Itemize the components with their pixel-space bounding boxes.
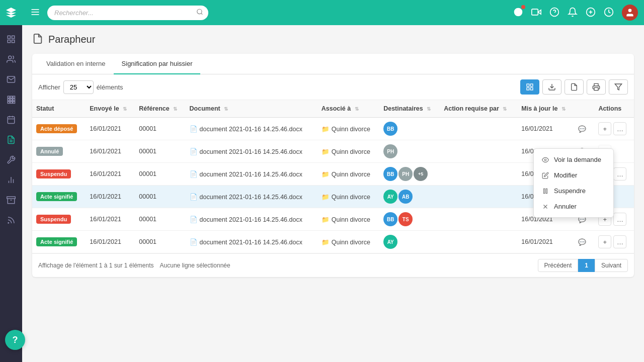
col-document[interactable]: Document ⇅ [186,100,317,118]
associated-cell: 📁Quinn divorce [317,118,379,140]
tab-signification[interactable]: Signification par huissier [114,54,201,74]
file-button[interactable] [565,79,584,95]
topbar-actions [513,5,638,21]
comment-icon[interactable]: 💬 [578,126,586,133]
filter-button[interactable] [609,79,628,95]
status-badge: Acte signifié [36,237,77,246]
download-button[interactable] [542,79,561,95]
help-circle-icon[interactable] [549,7,559,19]
reference-cell: 00001 [135,118,185,140]
svg-point-40 [628,9,632,13]
video-icon[interactable] [531,7,541,19]
doc-icon: 📄 [190,194,198,201]
folder-icon: 📁 [321,148,330,155]
more-action-button[interactable]: … [613,122,626,135]
status-badge: Acte signifié [36,192,77,201]
plus-icon[interactable] [586,7,596,19]
more-action-button[interactable]: … [613,235,626,248]
more-action-button[interactable]: … [613,167,626,180]
updated-cell: 16/01/2021 [517,118,574,140]
avatar: BB [383,122,397,136]
col-action[interactable]: Action requise par ⇅ [440,100,517,118]
show-label: Afficher [38,83,60,91]
menu-icon[interactable] [28,5,42,21]
sidebar-item-archive[interactable] [0,191,22,209]
notification-badge-icon[interactable] [513,7,523,19]
document-cell: 📄document 2021-01-16 14.25.46.docx [186,186,317,208]
col-updated[interactable]: Mis à jour le ⇅ [517,100,574,118]
associated-cell: 📁Quinn divorce [317,231,379,253]
prev-button[interactable]: Précédent [538,259,579,272]
col-reference[interactable]: Référence ⇅ [135,100,185,118]
sidebar-item-users[interactable] [0,50,22,68]
svg-rect-1 [12,36,15,38]
col-associe[interactable]: Associé à ⇅ [317,100,379,118]
svg-rect-49 [544,189,545,193]
search-input[interactable] [47,6,208,20]
dropdown-item-label: Suspendre [554,187,586,195]
action-by-cell [440,208,517,231]
status-badge: Suspendu [36,169,71,178]
col-envoye[interactable]: Envoyé le ⇅ [86,100,135,118]
user-avatar[interactable] [622,5,638,21]
dropdown-item-suspend[interactable]: Suspendre [534,183,613,199]
actions-cell: + … [594,231,634,253]
sidebar-item-home[interactable] [0,30,22,48]
avatar-group: BB TS [383,212,436,226]
help-button[interactable]: ? [5,330,25,350]
svg-rect-6 [11,96,13,98]
pause-icon [542,188,549,195]
action-by-cell [440,118,517,140]
document-cell: 📄document 2021-01-16 14.25.46.docx [186,208,317,231]
folder-icon: 📁 [321,126,330,133]
selection-info: Aucune ligne sélectionnée [160,262,230,269]
search-box [47,6,208,20]
sidebar-item-parapheur[interactable] [0,131,22,149]
associated-cell: 📁Quinn divorce [317,140,379,163]
status-badge: Annulé [36,147,63,156]
sidebar-item-chart[interactable] [0,171,22,189]
sent-date-cell: 16/01/2021 [86,208,135,231]
status-cell: Acte signifié [32,231,86,253]
action-by-cell [440,231,517,253]
svg-rect-14 [8,117,15,124]
add-action-button[interactable]: + [598,235,611,248]
bell-icon[interactable] [568,7,578,19]
document-cell: 📄document 2021-01-16 14.25.46.docx [186,118,317,140]
sidebar-item-grid[interactable] [0,90,22,109]
sidebar-item-tools[interactable] [0,151,22,169]
print-button[interactable] [587,79,606,95]
col-comment [574,100,594,118]
comment-icon[interactable]: 💬 [578,239,586,246]
dropdown-item-view[interactable]: Voir la demande [534,152,613,167]
col-destinataires[interactable]: Destinataires ⇅ [379,100,440,118]
next-button[interactable]: Suivant [595,259,628,272]
page-header: Parapheur [32,33,634,46]
clock-icon[interactable] [604,7,614,19]
recipients-cell: AY AB [379,186,440,208]
tab-validation[interactable]: Validation en interne [38,54,114,74]
dropdown-item-edit[interactable]: Modifier [534,167,613,183]
svg-rect-44 [530,87,533,90]
sidebar-item-calendar[interactable] [0,111,22,129]
sidebar-item-rss[interactable] [0,211,22,229]
sent-date-cell: 16/01/2021 [86,140,135,163]
sidebar-item-mail[interactable] [0,70,22,88]
dropdown-item-label: Voir la demande [554,156,601,163]
grid-view-button[interactable] [520,79,539,95]
search-icon[interactable] [196,9,203,17]
add-action-button[interactable]: + [598,122,611,135]
topbar [22,0,644,25]
svg-rect-2 [8,40,10,43]
svg-rect-11 [8,102,10,104]
more-action-button[interactable]: … [613,213,626,226]
svg-rect-42 [530,84,533,86]
logo[interactable] [0,0,22,25]
current-page: 1 [578,259,595,272]
svg-rect-33 [532,9,538,15]
action-group: + … [598,122,630,135]
status-cell: Acte déposé [32,118,86,140]
dropdown-item-cancel[interactable]: Annuler [534,199,613,214]
svg-rect-0 [8,36,10,38]
per-page-select[interactable]: 25 10 50 100 [63,80,94,94]
